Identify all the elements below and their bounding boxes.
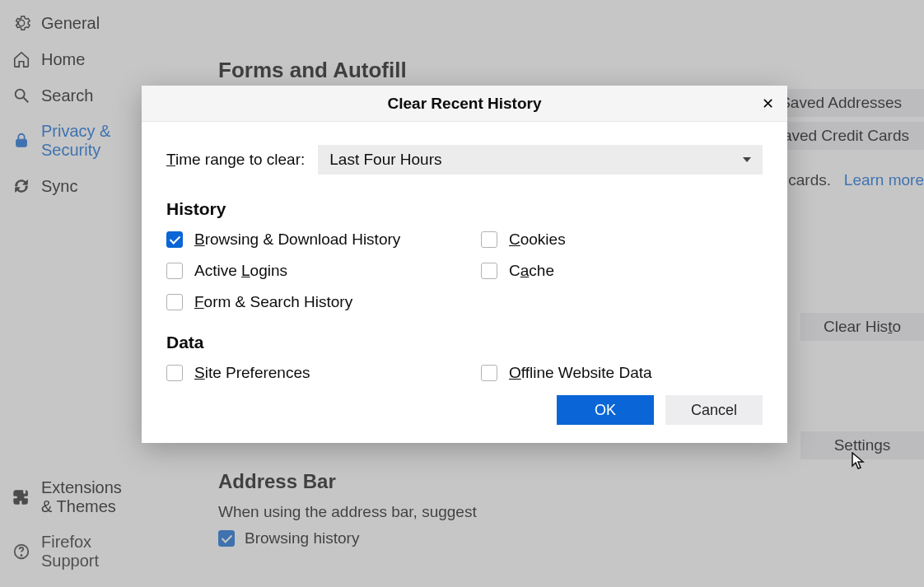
cancel-button[interactable]: Cancel [665, 395, 763, 425]
data-group-heading: Data [166, 333, 763, 352]
time-range-label: Time range to clear: [166, 151, 305, 169]
checkbox-icon [481, 365, 497, 381]
check-site-preferences[interactable]: Site Preferences [166, 364, 448, 382]
checkbox-icon [166, 263, 183, 279]
check-offline-website-data[interactable]: Offline Website Data [481, 364, 763, 382]
checkbox-icon [481, 263, 497, 279]
checkbox-icon [166, 365, 183, 381]
check-browsing-download-history[interactable]: Browsing & Download History [166, 231, 448, 249]
ok-button[interactable]: OK [557, 395, 654, 425]
dialog-header: Clear Recent History ✕ [142, 86, 787, 122]
dialog-title: Clear Recent History [388, 95, 542, 113]
history-group-heading: History [166, 199, 763, 219]
check-cookies[interactable]: Cookies [481, 231, 763, 249]
chevron-down-icon [743, 157, 751, 162]
check-form-search-history[interactable]: Form & Search History [166, 293, 448, 311]
checkbox-icon [481, 231, 497, 248]
time-range-value: Last Four Hours [329, 151, 441, 169]
checkbox-icon [166, 294, 183, 310]
check-cache[interactable]: Cache [481, 262, 763, 280]
close-icon: ✕ [762, 95, 774, 113]
close-button[interactable]: ✕ [758, 94, 777, 114]
clear-history-dialog: Clear Recent History ✕ Time range to cle… [142, 86, 787, 443]
time-range-select[interactable]: Last Four Hours [318, 145, 763, 175]
checkbox-icon [166, 231, 183, 248]
check-active-logins[interactable]: Active Logins [166, 262, 448, 280]
